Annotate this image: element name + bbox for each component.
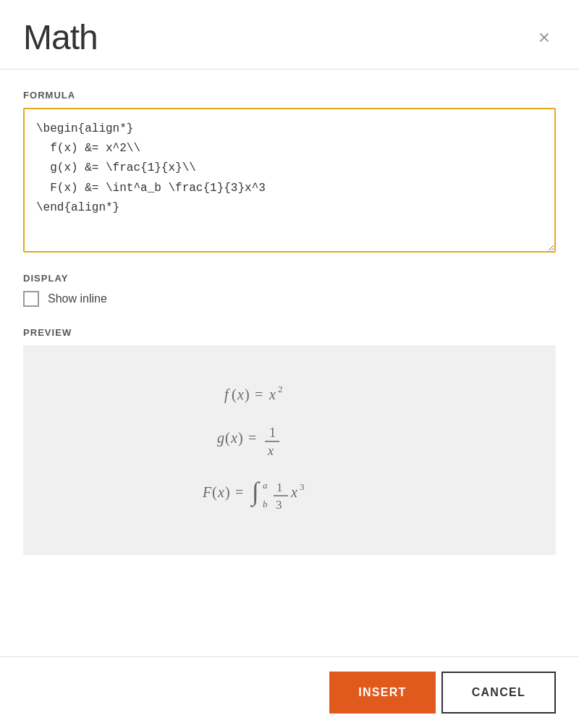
svg-text:(: (: [232, 386, 237, 403]
svg-text:=: =: [248, 430, 256, 446]
svg-text:2: 2: [278, 384, 283, 394]
formula-input[interactable]: \begin{align*} f(x) &= x^2\\ g(x) &= \fr…: [23, 108, 556, 253]
show-inline-checkbox[interactable]: [23, 291, 39, 307]
svg-text:x: x: [290, 484, 297, 500]
insert-button[interactable]: INSERT: [329, 672, 435, 714]
svg-text:∫: ∫: [250, 477, 261, 507]
svg-text:F: F: [202, 484, 212, 500]
show-inline-label: Show inline: [48, 292, 107, 305]
display-label: DISPLAY: [23, 273, 556, 284]
dialog-header: Math ×: [0, 0, 579, 69]
svg-text:g: g: [217, 430, 224, 446]
svg-text:=: =: [255, 386, 263, 402]
svg-text:a: a: [263, 480, 268, 491]
svg-text:3: 3: [276, 498, 282, 512]
preview-section: PREVIEW f ( x ) = x 2: [23, 327, 556, 555]
math-preview-svg: f ( x ) = x 2 g ( x ) =: [181, 371, 398, 530]
dialog-title: Math: [23, 17, 98, 57]
svg-text:x: x: [237, 386, 244, 402]
svg-text:x: x: [217, 484, 224, 500]
svg-text:): ): [245, 386, 250, 403]
formula-label: FORMULA: [23, 90, 556, 101]
svg-text:x: x: [267, 444, 274, 458]
math-dialog: Math × FORMULA \begin{align*} f(x) &= x^…: [0, 0, 579, 728]
formula-section: FORMULA \begin{align*} f(x) &= x^2\\ g(x…: [23, 90, 556, 255]
svg-text:f: f: [224, 386, 230, 403]
cancel-button[interactable]: CANCEL: [441, 672, 556, 714]
svg-text:(: (: [225, 430, 230, 446]
svg-text:x: x: [230, 430, 237, 446]
display-section: DISPLAY Show inline: [23, 273, 556, 307]
svg-text:b: b: [263, 499, 268, 509]
show-inline-row[interactable]: Show inline: [23, 291, 556, 307]
svg-text:3: 3: [300, 481, 305, 492]
svg-text:(: (: [212, 484, 217, 501]
dialog-body: FORMULA \begin{align*} f(x) &= x^2\\ g(x…: [0, 69, 579, 656]
preview-box: f ( x ) = x 2 g ( x ) =: [23, 345, 556, 555]
svg-text:): ): [225, 484, 230, 501]
svg-text:): ): [238, 430, 243, 446]
svg-text:=: =: [235, 484, 243, 500]
dialog-footer: INSERT CANCEL: [0, 656, 579, 728]
svg-text:1: 1: [269, 426, 276, 440]
svg-text:1: 1: [276, 481, 283, 494]
preview-label: PREVIEW: [23, 327, 556, 338]
close-button[interactable]: ×: [533, 25, 556, 51]
svg-text:x: x: [269, 386, 276, 402]
